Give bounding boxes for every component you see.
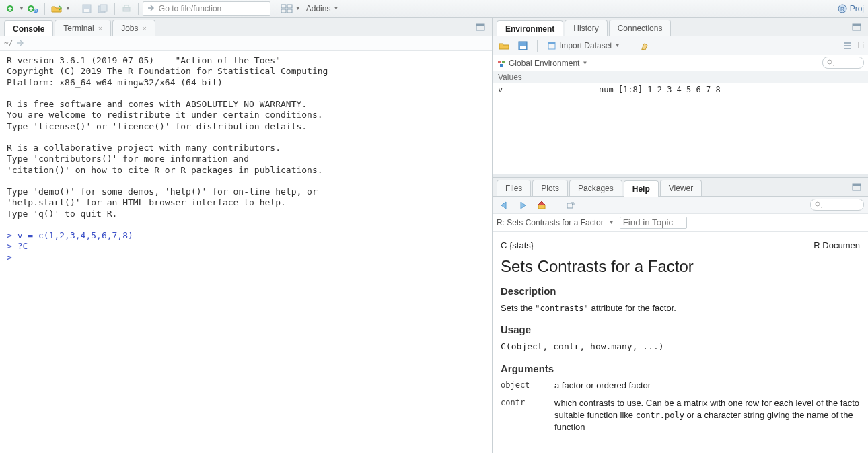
pane-layout-icon[interactable] — [279, 1, 294, 16]
close-icon[interactable]: × — [143, 24, 147, 32]
help-popout-icon[interactable] — [563, 198, 578, 213]
maximize-pane-icon[interactable] — [849, 180, 864, 195]
goto-file-input[interactable]: Go to file/function — [143, 1, 270, 16]
print-icon[interactable] — [119, 1, 134, 16]
arg-desc: which contrasts to use. Can be a matrix … — [554, 397, 860, 434]
goto-placeholder: Go to file/function — [159, 4, 221, 13]
tab-environment[interactable]: Environment — [497, 20, 563, 36]
tab-plots[interactable]: Plots — [532, 180, 568, 196]
help-nav-toolbar — [493, 197, 868, 214]
tab-console[interactable]: Console — [4, 20, 53, 36]
close-icon[interactable]: × — [98, 24, 102, 32]
svg-rect-30 — [567, 203, 573, 208]
import-dataset-menu[interactable]: Import Dataset ▼ — [544, 41, 623, 50]
project-menu[interactable]: R Proj — [838, 0, 864, 18]
env-var-name: v — [498, 85, 599, 94]
dropdown-icon[interactable]: ▼ — [65, 5, 71, 11]
svg-rect-25 — [502, 61, 505, 63]
help-back-icon[interactable] — [497, 198, 511, 213]
svg-point-27 — [828, 60, 832, 64]
svg-rect-17 — [476, 24, 484, 26]
env-scope-label[interactable]: Global Environment — [509, 59, 579, 68]
help-argument-row: contr which contrasts to use. Can be a m… — [501, 397, 860, 434]
arg-desc: a factor or ordered factor — [554, 380, 860, 392]
help-document[interactable]: C {stats} R Documen Sets Contrasts for a… — [493, 232, 868, 453]
svg-rect-23 — [548, 42, 555, 44]
addins-menu[interactable]: Addins ▼ — [302, 1, 343, 16]
r-project-icon: R — [838, 4, 847, 13]
svg-rect-12 — [281, 9, 286, 13]
save-all-icon[interactable] — [96, 1, 110, 16]
help-doc-type: R Documen — [813, 240, 860, 252]
find-in-topic-input[interactable] — [620, 217, 687, 229]
help-usage: C(object, contr, how.many, ...) — [501, 341, 860, 353]
tab-viewer[interactable]: Viewer — [660, 180, 702, 196]
help-argument-row: object a factor or ordered factor — [501, 380, 860, 392]
help-title: Sets Contrasts for a Factor — [501, 257, 860, 276]
console-tabs: Console Terminal× Jobs× — [0, 18, 492, 36]
env-search-input[interactable] — [822, 57, 864, 69]
new-project-icon[interactable]: R — [26, 1, 40, 16]
svg-text:R: R — [840, 6, 844, 12]
new-file-icon[interactable] — [3, 1, 17, 16]
goto-icon — [147, 5, 155, 12]
svg-rect-10 — [281, 5, 286, 8]
env-scope-bar: Global Environment ▼ — [493, 55, 868, 71]
list-view-icon[interactable] — [840, 38, 855, 53]
tab-packages[interactable]: Packages — [569, 180, 622, 196]
help-doc-package: C {stats} — [501, 240, 534, 252]
help-tabs: Files Plots Packages Help Viewer — [493, 178, 868, 197]
help-heading-usage: Usage — [501, 324, 860, 335]
chevron-down-icon: ▼ — [615, 42, 620, 48]
env-section-values: Values — [493, 71, 868, 83]
help-search-input[interactable] — [810, 199, 864, 211]
svg-text:R: R — [34, 9, 37, 13]
tab-jobs[interactable]: Jobs× — [112, 20, 155, 36]
console-subbar: ~/ — [0, 36, 492, 51]
arg-name: object — [501, 380, 554, 392]
svg-rect-19 — [853, 24, 861, 26]
svg-rect-21 — [520, 46, 526, 49]
env-toolbar: Import Dataset ▼ Li — [493, 36, 868, 55]
open-file-icon[interactable] — [49, 1, 64, 16]
maximize-pane-icon[interactable] — [473, 20, 488, 34]
tab-terminal[interactable]: Terminal× — [55, 20, 111, 36]
env-row[interactable]: v num [1:8] 1 2 3 4 5 6 7 8 — [493, 83, 868, 96]
svg-rect-11 — [287, 5, 292, 8]
env-body: Values v num [1:8] 1 2 3 4 5 6 7 8 — [493, 71, 868, 174]
svg-rect-24 — [498, 61, 501, 63]
tab-history[interactable]: History — [565, 20, 607, 36]
tab-files[interactable]: Files — [497, 180, 531, 196]
help-heading-description: Description — [501, 285, 860, 297]
console-output[interactable]: R version 3.6.1 (2019-07-05) -- "Action … — [0, 51, 492, 453]
svg-rect-29 — [853, 184, 861, 186]
chevron-down-icon[interactable]: ▼ — [582, 60, 587, 66]
chevron-down-icon[interactable]: ▼ — [609, 219, 614, 225]
svg-rect-5 — [84, 9, 89, 12]
save-icon[interactable] — [79, 1, 94, 16]
load-workspace-icon[interactable] — [497, 38, 511, 53]
arg-name: contr — [501, 397, 554, 434]
help-forward-icon[interactable] — [515, 198, 530, 213]
help-home-icon[interactable] — [534, 198, 549, 213]
env-var-value: num [1:8] 1 2 3 4 5 6 7 8 — [599, 85, 721, 94]
clear-workspace-icon[interactable] — [637, 38, 652, 53]
goto-dir-icon[interactable] — [17, 40, 24, 47]
search-icon — [815, 201, 822, 208]
svg-rect-26 — [500, 64, 503, 67]
save-workspace-icon[interactable] — [515, 38, 530, 53]
import-icon — [547, 41, 556, 50]
search-icon — [827, 59, 834, 66]
env-tabs: Environment History Connections — [493, 18, 868, 36]
main-toolbar: ▼ R ▼ Go to file/function ▼ Addi — [0, 0, 868, 18]
help-breadcrumb: R: Sets Contrasts for a Factor — [497, 218, 604, 228]
dropdown-icon[interactable]: ▼ — [295, 5, 301, 11]
svg-point-31 — [816, 202, 820, 206]
dropdown-icon[interactable]: ▼ — [19, 5, 24, 11]
list-mode-label: Li — [858, 41, 864, 50]
tab-connections[interactable]: Connections — [609, 20, 672, 36]
tab-help[interactable]: Help — [624, 180, 659, 197]
chevron-down-icon: ▼ — [333, 5, 338, 11]
maximize-pane-icon[interactable] — [849, 20, 864, 34]
help-description: Sets the "contrasts" attribute for the f… — [501, 302, 860, 314]
